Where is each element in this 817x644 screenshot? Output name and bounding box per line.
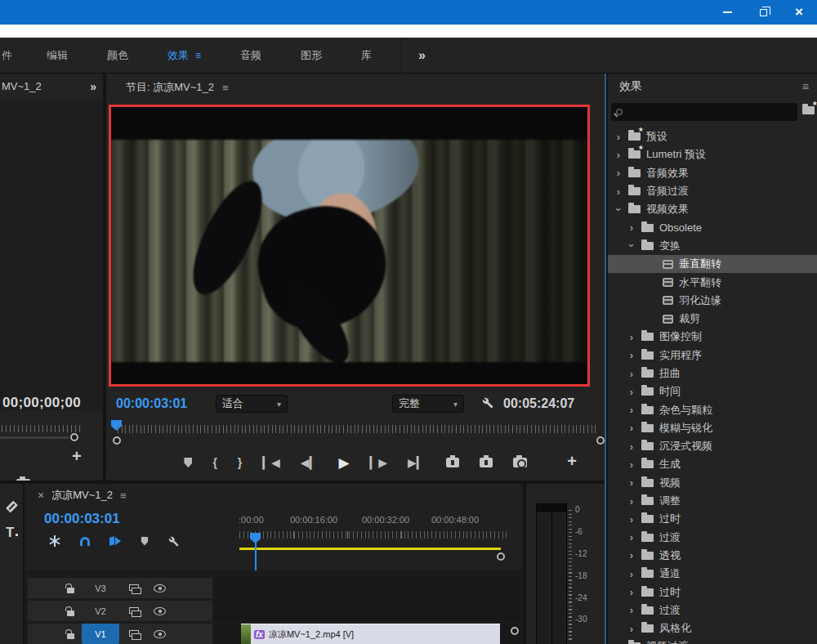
timeline-clip[interactable]: fx凉凉MV~1_2.mp4 [V]: [241, 624, 500, 644]
effects-folder-调整[interactable]: ›调整: [608, 492, 817, 510]
button-editor-plus-icon[interactable]: +: [72, 448, 82, 464]
chevron-right-icon[interactable]: ›: [614, 641, 623, 644]
chevron-right-icon[interactable]: ›: [627, 531, 636, 543]
chevron-right-icon[interactable]: ›: [627, 568, 636, 580]
workspace-tab-truncated[interactable]: 件: [2, 48, 12, 63]
window-restore-button[interactable]: [745, 0, 781, 25]
timeline-settings-wrench-icon[interactable]: [168, 536, 179, 547]
playback-resolution-select[interactable]: 完整 ▾: [392, 395, 464, 413]
extract-icon[interactable]: [480, 458, 493, 467]
mark-out-button[interactable]: }: [238, 457, 242, 468]
chevron-right-icon[interactable]: ›: [614, 131, 623, 143]
chevron-right-icon[interactable]: ›: [614, 186, 623, 198]
effects-folder-过渡[interactable]: ›过渡: [608, 529, 817, 547]
toggle-track-output-eye-icon[interactable]: [154, 584, 166, 593]
effects-folder-沉浸式视频[interactable]: ›沉浸式视频: [608, 437, 817, 455]
chevron-right-icon[interactable]: ›: [627, 495, 636, 508]
step-back-button[interactable]: ◀▎: [301, 457, 319, 468]
track-lane-V1[interactable]: fx凉凉MV~1_2.mp4 [V]: [214, 624, 521, 644]
linked-selection-icon[interactable]: [109, 536, 121, 546]
chevron-right-icon[interactable]: ›: [614, 167, 623, 179]
track-lock-icon[interactable]: [67, 633, 74, 639]
effect-item-水平翻转[interactable]: 水平翻转: [608, 273, 817, 291]
source-panel-overflow-icon[interactable]: »: [90, 80, 96, 93]
effects-folder-图像控制[interactable]: ›图像控制: [608, 328, 817, 346]
effects-folder-音频过渡[interactable]: ›音频过渡: [608, 182, 817, 200]
source-tab-label[interactable]: MV~1_2: [2, 80, 42, 92]
lift-icon[interactable]: [446, 458, 459, 467]
track-lane-V3[interactable]: [214, 578, 521, 598]
chevron-right-icon[interactable]: ›: [627, 476, 636, 489]
source-zoom-handle[interactable]: [70, 433, 78, 441]
button-editor-plus-icon[interactable]: +: [567, 453, 577, 469]
effects-folder-过渡[interactable]: ›过渡: [608, 602, 817, 619]
workspace-tab-menu-icon[interactable]: ≡: [195, 50, 201, 61]
chevron-right-icon[interactable]: ›: [627, 422, 636, 434]
nest-sequence-icon[interactable]: [49, 535, 60, 547]
effects-folder-实用程序[interactable]: ›实用程序: [608, 347, 817, 364]
sync-lock-icon[interactable]: [129, 607, 140, 615]
chevron-right-icon[interactable]: ›: [627, 221, 636, 234]
panel-divider[interactable]: [103, 74, 106, 484]
effects-search-box[interactable]: [611, 103, 797, 121]
chevron-right-icon[interactable]: ›: [627, 368, 636, 380]
effect-item-羽化边缘[interactable]: 羽化边缘: [608, 292, 817, 310]
step-forward-button[interactable]: ▎▶: [369, 457, 387, 468]
timeline-scroll-handle[interactable]: [511, 627, 519, 635]
effects-panel-menu-icon[interactable]: ≡: [802, 80, 809, 93]
chevron-right-icon[interactable]: ›: [627, 604, 636, 616]
snap-icon[interactable]: [80, 537, 90, 546]
workspace-tab-图形[interactable]: 图形: [301, 48, 322, 63]
program-video-viewport[interactable]: [109, 105, 590, 387]
timeline-ruler[interactable]: :00:0000:00:16:0000:00:32:0000:00:48:00: [237, 515, 523, 526]
effects-folder-过时[interactable]: ›过时: [608, 510, 817, 528]
chevron-right-icon[interactable]: ›: [627, 386, 636, 398]
effects-folder-扭曲[interactable]: ›扭曲: [608, 364, 817, 382]
workspace-tab-音频[interactable]: 音频: [240, 48, 261, 63]
seek-zoom-handle-left[interactable]: [113, 436, 121, 445]
window-close-button[interactable]: ×: [781, 0, 817, 25]
add-marker-icon[interactable]: [141, 537, 149, 546]
go-to-out-button[interactable]: ▶▎: [408, 457, 426, 468]
export-frame-icon[interactable]: [513, 458, 527, 467]
effects-folder-Obsolete[interactable]: ›Obsolete: [608, 218, 817, 236]
track-lock-icon[interactable]: [67, 588, 74, 593]
chevron-right-icon[interactable]: ›: [627, 404, 636, 416]
play-button[interactable]: ▶: [338, 456, 349, 470]
effects-folder-视频[interactable]: ›视频: [608, 474, 817, 492]
seek-zoom-handle-right[interactable]: [596, 436, 605, 445]
settings-wrench-icon[interactable]: [482, 397, 493, 409]
workspace-overflow-icon[interactable]: »: [418, 48, 426, 63]
effects-folder-风格化[interactable]: ›风格化: [608, 619, 817, 637]
effects-folder-音频效果[interactable]: ›音频效果: [608, 164, 817, 182]
timeline-close-icon[interactable]: ×: [38, 489, 44, 502]
source-seek-ruler[interactable]: [2, 425, 80, 432]
track-lane-V2[interactable]: [214, 601, 521, 621]
add-marker-icon[interactable]: [184, 458, 192, 467]
chevron-right-icon[interactable]: ›: [614, 149, 623, 161]
type-tool-icon[interactable]: T: [6, 525, 18, 541]
effects-folder-变换[interactable]: ›变换: [608, 237, 817, 255]
chevron-right-icon[interactable]: ›: [627, 441, 636, 453]
effects-folder-过时[interactable]: ›过时: [608, 583, 817, 601]
program-monitor-title[interactable]: 节目: 凉凉MV~1_2: [126, 80, 214, 95]
chevron-down-icon[interactable]: ›: [626, 242, 638, 250]
workspace-tab-编辑[interactable]: 编辑: [47, 48, 68, 63]
effects-folder-时间[interactable]: ›时间: [608, 382, 817, 400]
sync-lock-icon[interactable]: [129, 630, 140, 638]
chevron-right-icon[interactable]: ›: [627, 549, 636, 561]
effects-folder-生成[interactable]: ›生成: [608, 455, 817, 473]
chevron-right-icon[interactable]: ›: [627, 586, 636, 598]
timeline-zoom-handle[interactable]: [497, 552, 505, 561]
sync-lock-icon[interactable]: [129, 584, 140, 593]
timeline-tab-label[interactable]: 凉凉MV~1_2: [51, 488, 113, 503]
effects-folder-预设[interactable]: ›★预设: [608, 127, 817, 145]
timeline-panel-menu-icon[interactable]: ≡: [120, 490, 127, 502]
new-custom-bin-icon[interactable]: ★: [802, 106, 815, 114]
panel-divider[interactable]: [523, 484, 526, 644]
chevron-right-icon[interactable]: ›: [627, 458, 636, 471]
effects-folder-模糊与锐化[interactable]: ›模糊与锐化: [608, 419, 817, 437]
source-zoom-bar[interactable]: [0, 436, 69, 439]
effects-folder-透视[interactable]: ›透视: [608, 547, 817, 565]
workspace-tab-效果[interactable]: 效果≡: [167, 48, 201, 63]
